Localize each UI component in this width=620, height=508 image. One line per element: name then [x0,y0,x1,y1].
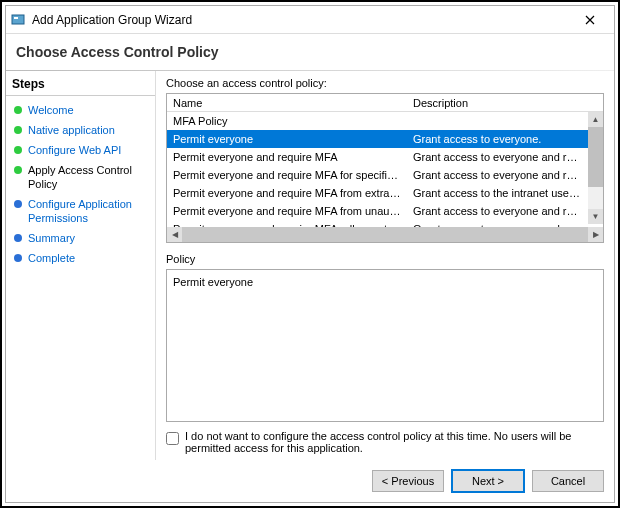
step-item-4[interactable]: Configure Application Permissions [6,194,155,228]
policy-row-name: Permit everyone and require MFA for spec… [167,169,407,181]
step-label: Configure Application Permissions [28,197,149,225]
next-button[interactable]: Next > [452,470,524,492]
opt-out-checkbox[interactable] [166,432,179,445]
policy-row[interactable]: Permit everyone and require MFA from ext… [167,184,588,202]
step-label: Native application [28,123,115,137]
policy-detail-text: Permit everyone [173,276,597,288]
policy-row-description: Grant access to everyone and require MFA… [407,205,588,217]
step-label: Complete [28,251,75,265]
policy-row[interactable]: MFA Policy [167,112,588,130]
step-item-5[interactable]: Summary [6,228,155,248]
step-item-2[interactable]: Configure Web API [6,140,155,160]
previous-button[interactable]: < Previous [372,470,444,492]
step-bullet-icon [14,234,22,242]
button-bar: < Previous Next > Cancel [6,460,614,502]
steps-sidebar: Steps WelcomeNative applicationConfigure… [6,71,156,460]
step-item-6[interactable]: Complete [6,248,155,268]
column-name[interactable]: Name [167,97,407,109]
choose-policy-label: Choose an access control policy: [166,77,604,89]
step-bullet-icon [14,200,22,208]
scroll-left-icon[interactable]: ◀ [167,227,182,242]
window-title: Add Application Group Wizard [32,13,570,27]
step-label: Apply Access Control Policy [28,163,149,191]
step-item-0[interactable]: Welcome [6,100,155,120]
policy-row-name: MFA Policy [167,115,407,127]
step-label: Configure Web API [28,143,121,157]
close-button[interactable] [570,9,610,31]
scroll-down-icon[interactable]: ▼ [588,209,603,224]
policy-row-name: Permit everyone [167,133,407,145]
policy-row[interactable]: Permit everyone and require MFA, allow a… [167,220,588,227]
app-icon [10,12,26,28]
step-bullet-icon [14,106,22,114]
opt-out-label: I do not want to configure the access co… [185,430,604,454]
step-label: Summary [28,231,75,245]
main-panel: Choose an access control policy: Name De… [156,71,614,460]
policy-row-description: Grant access to the intranet users and r… [407,187,588,199]
policy-row[interactable]: Permit everyoneGrant access to everyone. [167,130,588,148]
horizontal-scrollbar[interactable]: ◀ ▶ [167,227,603,242]
policy-row[interactable]: Permit everyone and require MFA for spec… [167,166,588,184]
grid-header: Name Description [167,94,603,112]
svg-rect-1 [14,17,18,19]
step-bullet-icon [14,254,22,262]
step-bullet-icon [14,166,22,174]
vertical-scrollbar[interactable]: ▲ ▼ [588,112,603,224]
policy-row-description: Grant access to everyone and require MFA… [407,169,588,181]
cancel-button[interactable]: Cancel [532,470,604,492]
policy-row-name: Permit everyone and require MFA from ext… [167,187,407,199]
scroll-right-icon[interactable]: ▶ [588,227,603,242]
policy-row[interactable]: Permit everyone and require MFAGrant acc… [167,148,588,166]
page-subtitle: Choose Access Control Policy [6,34,614,70]
column-description[interactable]: Description [407,97,603,109]
policy-label: Policy [166,253,604,265]
policy-row[interactable]: Permit everyone and require MFA from una… [167,202,588,220]
step-bullet-icon [14,126,22,134]
step-item-3[interactable]: Apply Access Control Policy [6,160,155,194]
policy-row-description: Grant access to everyone. [407,133,588,145]
step-bullet-icon [14,146,22,154]
scroll-up-icon[interactable]: ▲ [588,112,603,127]
scroll-thumb[interactable] [588,127,603,187]
policy-detail-box: Permit everyone [166,269,604,422]
policy-row-name: Permit everyone and require MFA [167,151,407,163]
policy-row-description: Grant access to everyone and require MFA… [407,151,588,163]
policy-grid[interactable]: Name Description MFA PolicyPermit everyo… [166,93,604,243]
titlebar: Add Application Group Wizard [6,6,614,34]
svg-rect-0 [12,15,24,24]
step-label: Welcome [28,103,74,117]
wizard-window: Add Application Group Wizard Choose Acce… [5,5,615,503]
policy-row-name: Permit everyone and require MFA from una… [167,205,407,217]
opt-out-row[interactable]: I do not want to configure the access co… [166,430,604,454]
steps-header: Steps [6,75,155,93]
hscroll-thumb[interactable] [182,227,588,242]
step-item-1[interactable]: Native application [6,120,155,140]
